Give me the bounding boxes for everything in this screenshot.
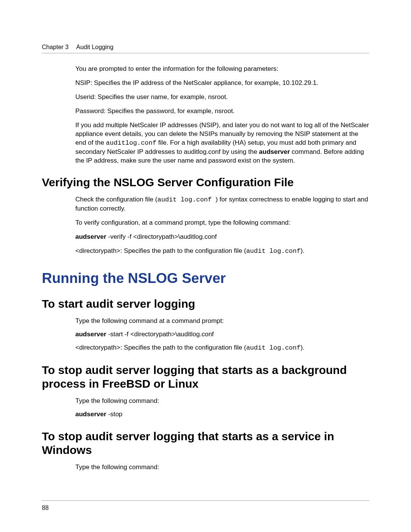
text-run: <directorypath>: Specifies the path to t…: [75, 247, 246, 254]
paragraph: Userid: Specifies the user name, for exa…: [75, 93, 369, 102]
header-divider: [42, 53, 369, 53]
heading-stop-freebsd: To stop audit server logging that starts…: [42, 363, 369, 391]
bold-run: audserver: [75, 331, 106, 338]
heading-stop-windows: To stop audit server logging that starts…: [42, 430, 369, 457]
code-inline: auditlog.conf: [106, 139, 156, 147]
chapter-label: Chapter 3: [42, 44, 68, 51]
paragraph: <directorypath>: Specifies the path to t…: [75, 247, 369, 256]
text-run: <directorypath>: Specifies the path to t…: [75, 344, 246, 351]
command-line: audserver -start -f <directorypath>\audi…: [75, 330, 369, 339]
paragraph: <directorypath>: Specifies the path to t…: [75, 343, 369, 353]
page-number: 88: [42, 505, 369, 511]
heading-verifying: Verifying the NSLOG Server Configuration…: [42, 176, 369, 189]
heading-start-audit: To start audit server logging: [42, 297, 369, 311]
text-run: ).: [301, 344, 304, 351]
bold-run: audserver: [259, 148, 290, 155]
bold-run: audserver: [75, 411, 106, 418]
bold-run: audserver: [75, 233, 106, 240]
paragraph: Type the following command:: [75, 397, 369, 406]
paragraph: You are prompted to enter the informatio…: [75, 65, 369, 73]
paragraph: NSIP: Specifies the IP address of the Ne…: [75, 79, 369, 88]
code-inline: audit log.conf: [246, 248, 301, 255]
paragraph: Password: Specifies the password, for ex…: [75, 107, 369, 116]
text-run: Check the configuration file (: [75, 196, 157, 203]
code-inline: audit log.conf: [157, 196, 215, 203]
command-line: audserver -verify -f <directorypath>\aud…: [75, 233, 369, 241]
footer-divider: [42, 500, 369, 501]
paragraph: If you add multiple NetScaler IP address…: [75, 121, 369, 165]
text-run: -verify -f <directorypath>\auditlog.conf: [106, 233, 217, 240]
page-footer: 88: [42, 496, 369, 511]
code-inline: audit log.conf: [246, 344, 301, 351]
text-run: -stop: [106, 411, 123, 418]
text-run: -start -f <directorypath>\auditlog.conf: [106, 331, 214, 338]
paragraph: Type the following command at a command …: [75, 317, 369, 326]
chapter-title: Audit Logging: [76, 44, 113, 51]
command-line: audserver -stop: [75, 410, 369, 419]
heading-running-nslog: Running the NSLOG Server: [42, 270, 369, 286]
paragraph: To verify configuration, at a command pr…: [75, 219, 369, 227]
text-run: ).: [301, 247, 304, 254]
page-header: Chapter 3 Audit Logging: [42, 44, 369, 51]
paragraph: Check the configuration file (audit log.…: [75, 195, 369, 213]
document-page: Chapter 3 Audit Logging You are prompted…: [0, 0, 411, 499]
paragraph: Type the following command:: [75, 463, 369, 472]
